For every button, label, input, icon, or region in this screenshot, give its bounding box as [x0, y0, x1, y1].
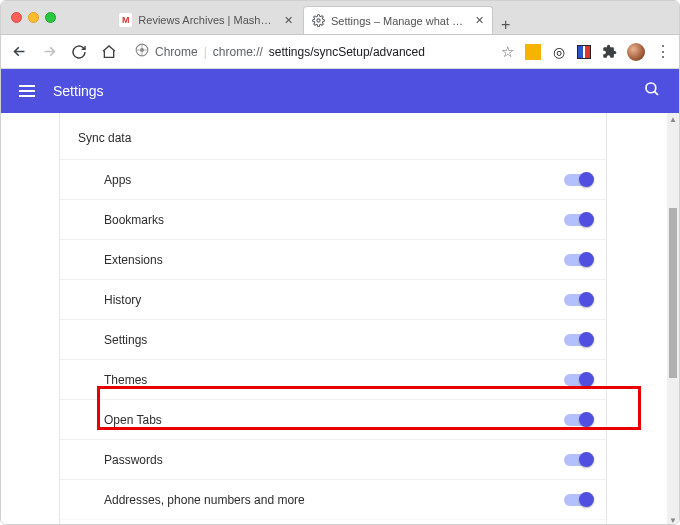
sync-row-label: Themes [104, 373, 147, 387]
maximize-window-button[interactable] [45, 12, 56, 23]
forward-button[interactable] [39, 42, 59, 62]
settings-header: Settings [1, 69, 679, 113]
sync-row: Apps [60, 159, 606, 199]
browser-menu-icon[interactable]: ⋮ [655, 42, 671, 61]
svg-point-0 [317, 19, 320, 22]
toggle-addresses[interactable] [564, 494, 592, 506]
minimize-window-button[interactable] [28, 12, 39, 23]
search-icon[interactable] [643, 80, 661, 102]
sync-row-label: Apps [104, 173, 131, 187]
extensions-menu-icon[interactable] [601, 44, 617, 60]
sync-row-label: Extensions [104, 253, 163, 267]
scroll-down-icon[interactable]: ▼ [667, 514, 679, 525]
svg-point-3 [646, 83, 656, 93]
browser-toolbar: Chrome | chrome://settings/syncSetup/adv… [1, 35, 679, 69]
sync-card: Sync data Apps Bookmarks Extensions Hist… [59, 113, 607, 525]
close-icon[interactable]: ✕ [475, 14, 484, 27]
toolbar-right: ☆ ◎ ⋮ [499, 42, 671, 61]
section-title: Sync data [60, 123, 606, 159]
sync-row-label: Settings [104, 333, 147, 347]
browser-tab-inactive[interactable]: M Reviews Archives | MashTips ✕ [111, 6, 301, 34]
toggle-history[interactable] [564, 294, 592, 306]
address-bar[interactable]: Chrome | chrome://settings/syncSetup/adv… [129, 43, 489, 60]
bookmark-star-icon[interactable]: ☆ [499, 44, 515, 60]
toggle-apps[interactable] [564, 174, 592, 186]
sync-row: Bookmarks [60, 199, 606, 239]
page-title: Settings [53, 83, 625, 99]
new-tab-button[interactable]: + [495, 16, 516, 34]
sync-row-label: Passwords [104, 453, 163, 467]
browser-tab-active[interactable]: Settings – Manage what you s ✕ [303, 6, 493, 34]
url-prefix: chrome:// [213, 45, 263, 59]
toggle-bookmarks[interactable] [564, 214, 592, 226]
reload-button[interactable] [69, 42, 89, 62]
scrollbar-thumb[interactable] [669, 208, 677, 378]
traffic-lights [11, 12, 56, 23]
menu-icon[interactable] [19, 85, 35, 97]
extension-icon-1[interactable] [525, 44, 541, 60]
sync-row: Extensions [60, 239, 606, 279]
tab-favicon-mashtips: M [119, 13, 132, 27]
gear-icon [312, 14, 325, 28]
sync-row: History [60, 279, 606, 319]
vertical-scrollbar[interactable]: ▲ ▼ [667, 113, 679, 525]
window-titlebar: M Reviews Archives | MashTips ✕ Settings… [1, 1, 679, 35]
sync-row: Open Tabs [60, 399, 606, 439]
extension-icon-3[interactable] [577, 45, 591, 59]
sync-row: Addresses, phone numbers and more [60, 479, 606, 519]
content-scroll: Sync data Apps Bookmarks Extensions Hist… [1, 113, 665, 525]
sync-row-label: Addresses, phone numbers and more [104, 493, 305, 507]
content-area: Sync data Apps Bookmarks Extensions Hist… [1, 113, 679, 525]
url-path: settings/syncSetup/advanced [269, 45, 425, 59]
profile-avatar[interactable] [627, 43, 645, 61]
sync-row: Payment methods and addresses using Goog… [60, 519, 606, 525]
tab-strip: M Reviews Archives | MashTips ✕ Settings… [111, 1, 516, 34]
close-icon[interactable]: ✕ [284, 14, 293, 27]
tab-label: Settings – Manage what you s [331, 15, 465, 27]
close-window-button[interactable] [11, 12, 22, 23]
home-button[interactable] [99, 42, 119, 62]
url-scheme-label: Chrome [155, 45, 198, 59]
sync-row-label: Bookmarks [104, 213, 164, 227]
toggle-extensions[interactable] [564, 254, 592, 266]
sync-row-label: History [104, 293, 141, 307]
toggle-settings[interactable] [564, 334, 592, 346]
sync-row: Passwords [60, 439, 606, 479]
back-button[interactable] [9, 42, 29, 62]
scroll-up-icon[interactable]: ▲ [667, 113, 679, 125]
tab-label: Reviews Archives | MashTips [138, 14, 274, 26]
toggle-open-tabs[interactable] [564, 414, 592, 426]
extension-icon-2[interactable]: ◎ [551, 44, 567, 60]
toggle-themes[interactable] [564, 374, 592, 386]
sync-row: Themes [60, 359, 606, 399]
sync-row: Settings [60, 319, 606, 359]
site-info-icon[interactable] [135, 43, 149, 60]
sync-row-label: Open Tabs [104, 413, 162, 427]
toggle-passwords[interactable] [564, 454, 592, 466]
